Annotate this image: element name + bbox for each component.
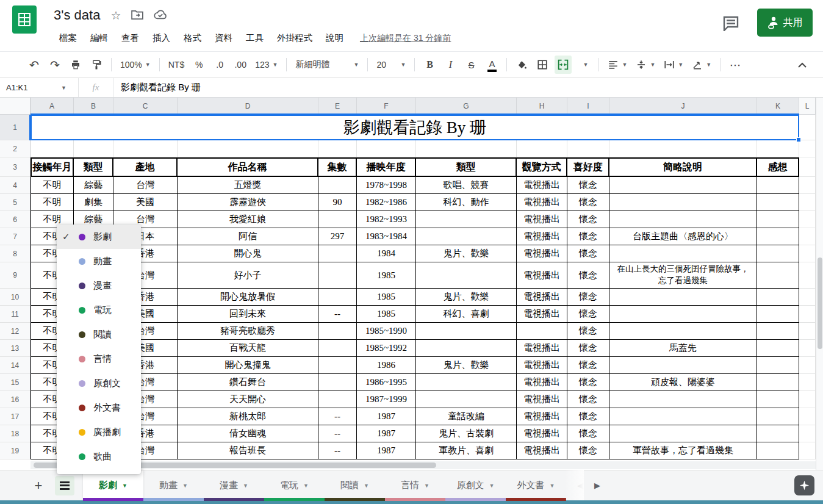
cell-J19[interactable]: 軍營故事，忘了看過幾集 bbox=[609, 442, 757, 459]
cell-E15[interactable] bbox=[318, 374, 357, 391]
cell-E19[interactable]: -- bbox=[318, 442, 357, 459]
vertical-align-button[interactable]: ▼ bbox=[633, 56, 658, 74]
cell-G14[interactable]: 鬼片、歡樂 bbox=[416, 357, 517, 374]
comments-button[interactable] bbox=[723, 16, 739, 34]
table-header-F3[interactable]: 播映年度 bbox=[357, 157, 416, 177]
table-header-C3[interactable]: 產地 bbox=[113, 157, 178, 177]
cell-J16[interactable] bbox=[609, 391, 757, 408]
row-header-10[interactable]: 10 bbox=[0, 289, 31, 306]
tab-menu-caret[interactable]: ▼ bbox=[122, 483, 128, 489]
document-title[interactable]: 3's data bbox=[54, 7, 100, 23]
cell-G13[interactable] bbox=[416, 340, 517, 357]
cell-F4[interactable]: 1978~1998 bbox=[357, 177, 416, 194]
cell-J7[interactable]: 台版主題曲〈感恩的心〉 bbox=[609, 228, 757, 245]
horizontal-scrollbar[interactable] bbox=[31, 461, 816, 469]
cell-F10[interactable]: 1985 bbox=[357, 289, 416, 306]
cell-D12[interactable]: 豬哥亮歌廳秀 bbox=[178, 323, 318, 340]
last-edit-link[interactable]: 上次編輯是在 31 分鐘前 bbox=[360, 33, 451, 44]
tab-menu-caret[interactable]: ▼ bbox=[182, 483, 188, 489]
sheet-menu-item-影劇[interactable]: ✓影劇 bbox=[57, 225, 141, 249]
horizontal-align-button[interactable]: ▼ bbox=[605, 56, 630, 74]
table-header-H3[interactable]: 觀覽方式 bbox=[517, 157, 567, 177]
cell-E16[interactable] bbox=[318, 391, 357, 408]
cell-K19[interactable] bbox=[757, 442, 799, 459]
cell-J6[interactable] bbox=[609, 211, 757, 228]
fill-color-button[interactable] bbox=[513, 56, 530, 74]
sheet-tab-原創文[interactable]: 原創文▼ bbox=[445, 470, 506, 501]
column-header-B[interactable]: B bbox=[74, 98, 113, 115]
cell-L11[interactable] bbox=[799, 306, 816, 323]
cell-H9[interactable]: 電視播出 bbox=[517, 262, 567, 289]
explore-button[interactable] bbox=[794, 475, 814, 495]
font-size-select[interactable]: 20▼ bbox=[374, 56, 408, 74]
row-header-15[interactable]: 15 bbox=[0, 374, 31, 391]
cell-F18[interactable]: 1987 bbox=[357, 425, 416, 442]
cell-L8[interactable] bbox=[799, 245, 816, 262]
cell-L7[interactable] bbox=[799, 228, 816, 245]
cell-D17[interactable]: 新桃太郎 bbox=[178, 408, 318, 425]
cell-L17[interactable] bbox=[799, 408, 816, 425]
tab-menu-caret[interactable]: ▼ bbox=[489, 483, 495, 489]
cell-K9[interactable] bbox=[757, 262, 799, 289]
cell-F13[interactable]: 1985~1992 bbox=[357, 340, 416, 357]
cell-H16[interactable]: 電視播出 bbox=[517, 391, 567, 408]
row-header-18[interactable]: 18 bbox=[0, 425, 31, 442]
table-header-E3[interactable]: 集數 bbox=[318, 157, 357, 177]
cell-G11[interactable]: 科幻、喜劇 bbox=[416, 306, 517, 323]
cell-G5[interactable]: 科幻、動作 bbox=[416, 194, 517, 211]
cell-J12[interactable] bbox=[609, 323, 757, 340]
cell-D6[interactable]: 我愛紅娘 bbox=[178, 211, 318, 228]
cell-J8[interactable] bbox=[609, 245, 757, 262]
cell-J4[interactable] bbox=[609, 177, 757, 194]
cell-J10[interactable] bbox=[609, 289, 757, 306]
cell-I5[interactable]: 懷念 bbox=[567, 194, 609, 211]
cell-G15[interactable] bbox=[416, 374, 517, 391]
cell-D13[interactable]: 百戰天龍 bbox=[178, 340, 318, 357]
cell-I16[interactable]: 懷念 bbox=[567, 391, 609, 408]
column-header-K[interactable]: K bbox=[757, 98, 799, 115]
cell-F2[interactable] bbox=[357, 140, 416, 157]
cell-H15[interactable]: 電視播出 bbox=[517, 374, 567, 391]
table-header-I3[interactable]: 喜好度 bbox=[567, 157, 609, 177]
cell-G18[interactable]: 鬼片、古裝劇 bbox=[416, 425, 517, 442]
sheet-tab-動畫[interactable]: 動畫▼ bbox=[143, 470, 204, 501]
text-wrap-button[interactable]: ▼ bbox=[661, 56, 686, 74]
menu-9[interactable]: 說明 bbox=[319, 31, 350, 46]
sheet-menu-item-原創文[interactable]: 原創文 bbox=[57, 371, 141, 395]
column-header-I[interactable]: I bbox=[567, 98, 609, 115]
table-header-K3[interactable]: 感想 bbox=[757, 157, 799, 177]
column-header-G[interactable]: G bbox=[416, 98, 517, 115]
cell-H14[interactable]: 電視播出 bbox=[517, 357, 567, 374]
cell-I13[interactable]: 懷念 bbox=[567, 340, 609, 357]
table-header-G3[interactable]: 類型 bbox=[416, 157, 517, 177]
cell-G6[interactable] bbox=[416, 211, 517, 228]
sheet-tab-漫畫[interactable]: 漫畫▼ bbox=[204, 470, 264, 501]
formula-input[interactable]: 影劇觀看記錄 By 珊 bbox=[113, 82, 201, 93]
sheet-tab-言情[interactable]: 言情▼ bbox=[385, 470, 445, 501]
cell-D9[interactable]: 好小子 bbox=[178, 262, 318, 289]
cell-G10[interactable]: 鬼片、歡樂 bbox=[416, 289, 517, 306]
cell-F5[interactable]: 1982~1986 bbox=[357, 194, 416, 211]
cell-I6[interactable]: 懷念 bbox=[567, 211, 609, 228]
cell-G19[interactable]: 軍教片、喜劇 bbox=[416, 442, 517, 459]
cell-F15[interactable]: 1986~1995 bbox=[357, 374, 416, 391]
cell-I4[interactable]: 懷念 bbox=[567, 177, 609, 194]
cell-J2[interactable] bbox=[609, 140, 757, 157]
cell-K12[interactable] bbox=[757, 323, 799, 340]
menu-2[interactable]: 編輯 bbox=[84, 31, 115, 46]
table-header-B3[interactable]: 類型 bbox=[74, 157, 113, 177]
cell-I14[interactable]: 懷念 bbox=[567, 357, 609, 374]
cell-G12[interactable] bbox=[416, 323, 517, 340]
row-header-11[interactable]: 11 bbox=[0, 306, 31, 323]
merge-options-caret[interactable]: ▼ bbox=[575, 56, 592, 74]
cell-H17[interactable]: 電視播出 bbox=[517, 408, 567, 425]
cell-F9[interactable]: 1985 bbox=[357, 262, 416, 289]
cell-D8[interactable]: 開心鬼 bbox=[178, 245, 318, 262]
cell-F16[interactable]: 1987~1999 bbox=[357, 391, 416, 408]
cloud-saved-icon[interactable] bbox=[154, 10, 167, 21]
cell-H13[interactable]: 電視播出 bbox=[517, 340, 567, 357]
cell-A2[interactable] bbox=[31, 140, 74, 157]
cell-H12[interactable] bbox=[517, 323, 567, 340]
table-header-A3[interactable]: 接觸年月 bbox=[31, 157, 74, 177]
cell-K10[interactable] bbox=[757, 289, 799, 306]
